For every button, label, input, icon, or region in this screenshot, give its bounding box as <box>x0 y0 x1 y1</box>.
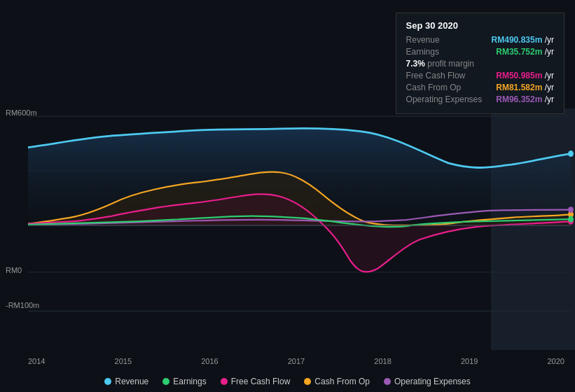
legend-dot-opex <box>384 378 391 385</box>
tooltip-date: Sep 30 2020 <box>406 20 554 31</box>
tooltip-value-opex: RM96.352m /yr <box>496 94 554 104</box>
x-label-2020: 2020 <box>547 357 564 365</box>
tooltip-row-cashfromop: Cash From Op RM81.582m /yr <box>406 83 554 92</box>
tooltip-label-cashfromop: Cash From Op <box>406 83 462 92</box>
profit-margin-row: 7.3% profit margin <box>406 59 554 69</box>
tooltip-row-opex: Operating Expenses RM96.352m /yr <box>406 94 554 104</box>
legend-dot-earnings <box>162 378 169 385</box>
legend-label-cashfromop: Cash From Op <box>314 377 370 386</box>
tooltip-label-fcf: Free Cash Flow <box>406 71 466 80</box>
legend-label-revenue: Revenue <box>115 377 148 386</box>
chart-svg <box>0 108 575 350</box>
tooltip-label-earnings: Earnings <box>406 47 439 57</box>
x-axis: 2014 2015 2016 2017 2018 2019 2020 <box>28 357 564 365</box>
legend-dot-revenue <box>104 378 111 385</box>
tooltip-value-earnings: RM35.752m /yr <box>496 47 554 57</box>
earnings-end-dot <box>568 216 574 223</box>
tooltip-row-fcf: Free Cash Flow RM50.985m /yr <box>406 71 554 80</box>
legend-label-fcf: Free Cash Flow <box>231 377 291 386</box>
tooltip-value-fcf: RM50.985m /yr <box>496 71 554 80</box>
legend-label-earnings: Earnings <box>173 377 206 386</box>
chart-area <box>0 108 575 350</box>
x-label-2018: 2018 <box>374 357 391 365</box>
tooltip-value-cashfromop: RM81.582m /yr <box>496 83 554 92</box>
tooltip-panel: Sep 30 2020 Revenue RM490.835m /yr Earni… <box>396 13 564 114</box>
tooltip-label-opex: Operating Expenses <box>406 94 483 104</box>
legend-label-opex: Operating Expenses <box>394 377 471 386</box>
revenue-end-dot <box>568 150 574 157</box>
x-label-2015: 2015 <box>115 357 132 365</box>
legend-dot-fcf <box>221 378 228 385</box>
legend-dot-cashfromop <box>304 378 311 385</box>
legend-item-revenue[interactable]: Revenue <box>104 377 148 386</box>
chart-legend: Revenue Earnings Free Cash Flow Cash Fro… <box>0 377 575 386</box>
x-label-2016: 2016 <box>201 357 218 365</box>
tooltip-row-earnings: Earnings RM35.752m /yr <box>406 47 554 57</box>
opex-end-dot <box>568 206 574 213</box>
legend-item-opex[interactable]: Operating Expenses <box>384 377 471 386</box>
legend-item-earnings[interactable]: Earnings <box>162 377 206 386</box>
legend-item-cashfromop[interactable]: Cash From Op <box>304 377 370 386</box>
tooltip-row-revenue: Revenue RM490.835m /yr <box>406 35 554 45</box>
legend-item-fcf[interactable]: Free Cash Flow <box>221 377 291 386</box>
tooltip-value-revenue: RM490.835m /yr <box>492 35 554 45</box>
tooltip-label-revenue: Revenue <box>406 35 440 45</box>
profit-margin-label: profit margin <box>427 59 474 69</box>
profit-margin-value: 7.3% <box>406 59 425 69</box>
x-label-2017: 2017 <box>288 357 305 365</box>
x-label-2014: 2014 <box>28 357 45 365</box>
x-label-2019: 2019 <box>461 357 478 365</box>
